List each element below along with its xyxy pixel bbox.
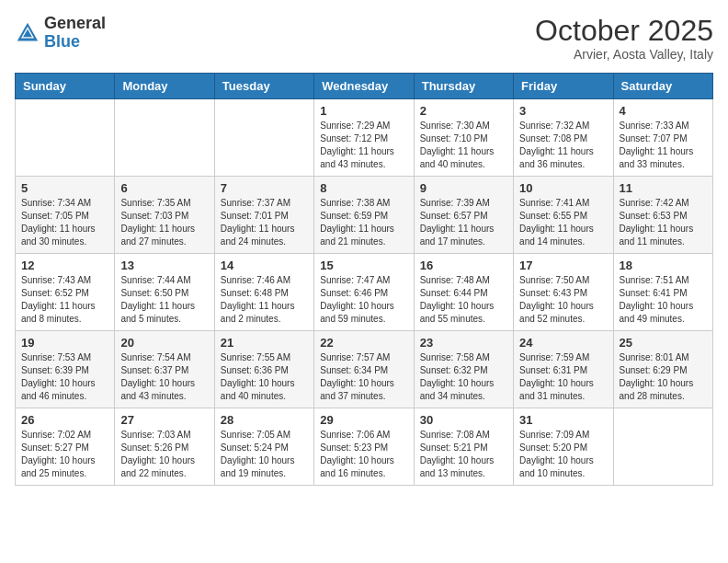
col-tuesday: Tuesday (214, 74, 313, 99)
calendar-cell: 10Sunrise: 7:41 AMSunset: 6:55 PMDayligh… (514, 177, 613, 254)
col-monday: Monday (115, 74, 214, 99)
logo-blue-text: Blue (44, 32, 80, 51)
calendar-cell (16, 99, 115, 177)
day-number: 22 (320, 336, 407, 350)
day-info: Sunrise: 7:32 AMSunset: 7:08 PMDaylight:… (519, 120, 607, 171)
day-info: Sunrise: 8:01 AMSunset: 6:29 PMDaylight:… (620, 351, 707, 403)
calendar-cell: 6Sunrise: 7:35 AMSunset: 7:03 PMDaylight… (115, 177, 214, 254)
day-number: 9 (420, 181, 507, 195)
day-info: Sunrise: 7:51 AMSunset: 6:41 PMDaylight:… (620, 274, 707, 326)
day-info: Sunrise: 7:29 AMSunset: 7:12 PMDaylight:… (320, 120, 407, 171)
day-info: Sunrise: 7:33 AMSunset: 7:07 PMDaylight:… (620, 120, 707, 171)
day-info: Sunrise: 7:54 AMSunset: 6:37 PMDaylight:… (120, 351, 208, 403)
calendar-cell: 15Sunrise: 7:47 AMSunset: 6:46 PMDayligh… (314, 254, 414, 331)
day-number: 21 (221, 336, 308, 350)
day-info: Sunrise: 7:44 AMSunset: 6:50 PMDaylight:… (120, 274, 208, 326)
day-number: 12 (21, 259, 108, 272)
calendar-cell (613, 408, 712, 486)
day-number: 7 (221, 181, 308, 195)
day-number: 8 (320, 181, 407, 195)
day-info: Sunrise: 7:35 AMSunset: 7:03 PMDaylight:… (120, 197, 208, 248)
calendar-cell: 4Sunrise: 7:33 AMSunset: 7:07 PMDaylight… (613, 99, 712, 177)
calendar-cell: 2Sunrise: 7:30 AMSunset: 7:10 PMDaylight… (414, 99, 513, 177)
calendar-cell: 19Sunrise: 7:53 AMSunset: 6:39 PMDayligh… (16, 331, 115, 408)
calendar-cell: 30Sunrise: 7:08 AMSunset: 5:21 PMDayligh… (414, 408, 513, 486)
day-number: 31 (519, 413, 607, 427)
calendar-cell: 3Sunrise: 7:32 AMSunset: 7:08 PMDaylight… (514, 99, 613, 177)
calendar-cell: 13Sunrise: 7:44 AMSunset: 6:50 PMDayligh… (115, 254, 214, 331)
day-number: 25 (620, 336, 707, 350)
title-area: October 2025 Arvier, Aosta Valley, Italy (535, 15, 713, 62)
calendar-cell: 18Sunrise: 7:51 AMSunset: 6:41 PMDayligh… (613, 254, 712, 331)
day-info: Sunrise: 7:39 AMSunset: 6:57 PMDaylight:… (420, 197, 507, 248)
logo-general-text: General (44, 14, 106, 32)
calendar-week-row: 1Sunrise: 7:29 AMSunset: 7:12 PMDaylight… (16, 99, 713, 177)
day-number: 26 (21, 413, 108, 427)
day-info: Sunrise: 7:30 AMSunset: 7:10 PMDaylight:… (420, 120, 507, 171)
day-number: 4 (620, 104, 707, 118)
day-number: 19 (21, 336, 108, 350)
day-number: 29 (320, 413, 407, 427)
calendar-cell: 23Sunrise: 7:58 AMSunset: 6:32 PMDayligh… (414, 331, 513, 408)
calendar-cell: 20Sunrise: 7:54 AMSunset: 6:37 PMDayligh… (115, 331, 214, 408)
day-number: 13 (120, 259, 208, 272)
calendar-cell: 17Sunrise: 7:50 AMSunset: 6:43 PMDayligh… (514, 254, 613, 331)
page-header: General Blue October 2025 Arvier, Aosta … (15, 15, 713, 62)
day-info: Sunrise: 7:53 AMSunset: 6:39 PMDaylight:… (21, 351, 108, 403)
day-number: 24 (519, 336, 607, 350)
calendar-cell: 1Sunrise: 7:29 AMSunset: 7:12 PMDaylight… (314, 99, 414, 177)
calendar-cell (115, 99, 214, 177)
calendar-week-row: 5Sunrise: 7:34 AMSunset: 7:05 PMDaylight… (16, 177, 713, 254)
calendar-cell: 8Sunrise: 7:38 AMSunset: 6:59 PMDaylight… (314, 177, 414, 254)
day-info: Sunrise: 7:06 AMSunset: 5:23 PMDaylight:… (320, 429, 407, 480)
day-number: 6 (120, 181, 208, 195)
location-subtitle: Arvier, Aosta Valley, Italy (535, 47, 713, 62)
day-number: 11 (620, 181, 707, 195)
day-number: 10 (519, 181, 607, 195)
day-info: Sunrise: 7:43 AMSunset: 6:52 PMDaylight:… (21, 274, 108, 326)
day-info: Sunrise: 7:57 AMSunset: 6:34 PMDaylight:… (320, 351, 407, 403)
calendar-cell: 9Sunrise: 7:39 AMSunset: 6:57 PMDaylight… (414, 177, 513, 254)
day-number: 14 (221, 259, 308, 272)
calendar-cell (214, 99, 313, 177)
day-number: 15 (320, 259, 407, 272)
day-info: Sunrise: 7:08 AMSunset: 5:21 PMDaylight:… (420, 429, 507, 480)
calendar-week-row: 19Sunrise: 7:53 AMSunset: 6:39 PMDayligh… (16, 331, 713, 408)
calendar-cell: 27Sunrise: 7:03 AMSunset: 5:26 PMDayligh… (115, 408, 214, 486)
calendar-cell: 14Sunrise: 7:46 AMSunset: 6:48 PMDayligh… (214, 254, 313, 331)
calendar-cell: 24Sunrise: 7:59 AMSunset: 6:31 PMDayligh… (514, 331, 613, 408)
col-friday: Friday (514, 74, 613, 99)
day-info: Sunrise: 7:41 AMSunset: 6:55 PMDaylight:… (519, 197, 607, 248)
col-sunday: Sunday (16, 74, 115, 99)
month-title: October 2025 (535, 15, 713, 47)
day-info: Sunrise: 7:42 AMSunset: 6:53 PMDaylight:… (620, 197, 707, 248)
day-info: Sunrise: 7:59 AMSunset: 6:31 PMDaylight:… (519, 351, 607, 403)
col-saturday: Saturday (613, 74, 712, 99)
calendar-cell: 21Sunrise: 7:55 AMSunset: 6:36 PMDayligh… (214, 331, 313, 408)
calendar-cell: 29Sunrise: 7:06 AMSunset: 5:23 PMDayligh… (314, 408, 414, 486)
day-info: Sunrise: 7:48 AMSunset: 6:44 PMDaylight:… (420, 274, 507, 326)
day-number: 20 (120, 336, 208, 350)
day-number: 2 (420, 104, 507, 118)
calendar-cell: 11Sunrise: 7:42 AMSunset: 6:53 PMDayligh… (613, 177, 712, 254)
day-info: Sunrise: 7:09 AMSunset: 5:20 PMDaylight:… (519, 429, 607, 480)
day-info: Sunrise: 7:03 AMSunset: 5:26 PMDaylight:… (120, 429, 208, 480)
day-number: 28 (221, 413, 308, 427)
day-number: 5 (21, 181, 108, 195)
day-number: 1 (320, 104, 407, 118)
day-info: Sunrise: 7:50 AMSunset: 6:43 PMDaylight:… (519, 274, 607, 326)
col-thursday: Thursday (414, 74, 513, 99)
calendar-cell: 25Sunrise: 8:01 AMSunset: 6:29 PMDayligh… (613, 331, 712, 408)
calendar-week-row: 26Sunrise: 7:02 AMSunset: 5:27 PMDayligh… (16, 408, 713, 486)
calendar-table: Sunday Monday Tuesday Wednesday Thursday… (15, 73, 713, 486)
day-info: Sunrise: 7:46 AMSunset: 6:48 PMDaylight:… (221, 274, 308, 326)
day-number: 16 (420, 259, 507, 272)
calendar-cell: 16Sunrise: 7:48 AMSunset: 6:44 PMDayligh… (414, 254, 513, 331)
calendar-cell: 26Sunrise: 7:02 AMSunset: 5:27 PMDayligh… (16, 408, 115, 486)
day-number: 30 (420, 413, 507, 427)
day-info: Sunrise: 7:02 AMSunset: 5:27 PMDaylight:… (21, 429, 108, 480)
day-info: Sunrise: 7:37 AMSunset: 7:01 PMDaylight:… (221, 197, 308, 248)
calendar-week-row: 12Sunrise: 7:43 AMSunset: 6:52 PMDayligh… (16, 254, 713, 331)
day-number: 23 (420, 336, 507, 350)
calendar-cell: 28Sunrise: 7:05 AMSunset: 5:24 PMDayligh… (214, 408, 313, 486)
